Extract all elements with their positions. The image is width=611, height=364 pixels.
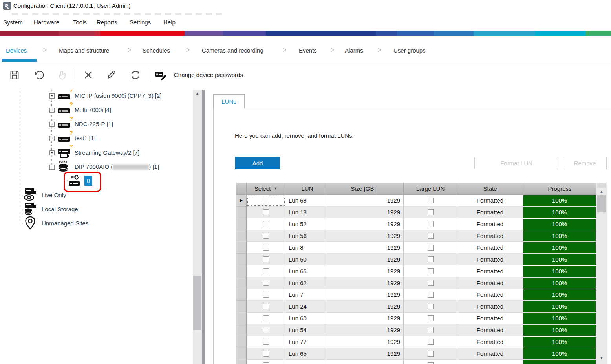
large-lun-checkbox[interactable] — [428, 339, 434, 345]
table-row[interactable]: ▶ Lun 18 1929 Formatted 100% — [236, 207, 596, 218]
select-checkbox[interactable] — [263, 292, 269, 298]
select-checkbox[interactable] — [263, 221, 269, 227]
large-lun-checkbox[interactable] — [428, 245, 434, 251]
tree-expander-plus[interactable]: + — [49, 150, 55, 155]
select-checkbox[interactable] — [263, 256, 269, 262]
menu-system[interactable]: System — [3, 19, 23, 26]
row-indicator-cell[interactable]: ▶ — [236, 348, 247, 360]
tab-user-groups[interactable]: User groups — [393, 47, 426, 54]
large-lun-checkbox[interactable] — [428, 233, 434, 239]
row-indicator-cell[interactable]: ▶ — [236, 301, 247, 313]
save-button[interactable] — [7, 68, 22, 82]
large-lun-checkbox[interactable] — [428, 327, 434, 333]
tree-item-live-only[interactable]: Live Only — [23, 188, 66, 202]
large-lun-checkbox[interactable] — [428, 209, 434, 215]
column-header-size[interactable]: Size [GB] — [326, 183, 404, 194]
select-checkbox[interactable] — [263, 304, 269, 309]
table-row[interactable]: ▶ Lun 77 1929 Formatted 100% — [236, 336, 596, 348]
row-indicator-cell[interactable]: ▶ — [236, 265, 247, 277]
column-header-large-lun[interactable]: Large LUN — [404, 183, 457, 194]
large-lun-checkbox[interactable] — [428, 221, 434, 227]
tab-events[interactable]: Events — [299, 47, 317, 54]
large-lun-checkbox[interactable] — [428, 362, 434, 364]
select-checkbox[interactable] — [263, 315, 269, 321]
column-header-progress[interactable]: Progress — [523, 183, 596, 194]
tree-item-multi-7000i[interactable]: ? Multi 7000i [4] — [57, 102, 111, 117]
table-row[interactable]: ▶ Lun 7 1929 Formatted 100% — [236, 289, 596, 301]
menu-tools[interactable]: Tools — [73, 19, 87, 26]
delete-button[interactable] — [81, 68, 95, 82]
menu-help[interactable]: Help — [163, 19, 176, 26]
select-checkbox[interactable] — [263, 280, 269, 286]
table-row[interactable]: ▶ Lun 65 1929 Formatted 100% — [236, 348, 596, 360]
edit-button[interactable] — [104, 68, 118, 82]
select-checkbox[interactable] — [263, 245, 269, 251]
row-indicator-cell[interactable]: ▶ — [236, 324, 247, 336]
menu-hardware[interactable]: Hardware — [34, 19, 59, 26]
select-checkbox[interactable] — [263, 339, 269, 345]
scroll-down-arrow[interactable]: ▼ — [596, 355, 607, 361]
panel-splitter[interactable] — [202, 90, 205, 364]
large-lun-checkbox[interactable] — [428, 268, 434, 274]
large-lun-checkbox[interactable] — [428, 198, 434, 203]
select-checkbox[interactable] — [263, 268, 269, 274]
change-device-passwords-label[interactable]: Change device passwords — [174, 71, 243, 78]
filter-dropdown-icon[interactable]: ▼ — [274, 187, 277, 190]
tree-expander-plus[interactable]: + — [49, 93, 55, 99]
large-lun-checkbox[interactable] — [428, 351, 434, 357]
large-lun-checkbox[interactable] — [428, 292, 434, 298]
large-lun-checkbox[interactable] — [428, 256, 434, 262]
large-lun-checkbox[interactable] — [428, 304, 434, 309]
row-indicator-cell[interactable]: ▶ — [236, 313, 247, 324]
row-indicator-cell[interactable]: ▶ — [236, 230, 247, 242]
table-row[interactable]: ▶ Lun 50 1929 Formatted 100% — [236, 254, 596, 265]
table-row[interactable]: ▶ Lun 24 1929 Formatted 100% — [236, 301, 596, 313]
row-indicator-cell[interactable]: ▶ — [236, 360, 247, 364]
row-indicator-cell[interactable]: ▶ — [236, 195, 247, 207]
scroll-up-arrow[interactable]: ▲ — [193, 91, 202, 96]
row-indicator-cell[interactable]: ▶ — [236, 289, 247, 301]
table-row[interactable]: ▶ Lun 52 1929 Formatted 100% — [236, 218, 596, 230]
menu-settings[interactable]: Settings — [130, 19, 151, 26]
tree-item-ndc-225-p[interactable]: ? NDC-225-P [1] — [57, 117, 113, 131]
tree-item-unmanaged-sites[interactable]: Unmanaged Sites — [23, 216, 88, 230]
select-checkbox[interactable] — [263, 327, 269, 333]
select-checkbox[interactable] — [263, 233, 269, 239]
menu-reports[interactable]: Reports — [97, 19, 117, 26]
tree-expander-plus[interactable]: + — [49, 122, 55, 127]
select-checkbox[interactable] — [263, 362, 269, 364]
table-row[interactable]: ▶ Lun 62 1929 Formatted 100% — [236, 277, 596, 289]
row-indicator-cell[interactable]: ▶ — [236, 218, 247, 230]
tree-item-streaming-gateway[interactable]: ? Streaming Gateway/2 [7] — [57, 145, 139, 159]
tree-item-local-storage[interactable]: Local Storage — [23, 202, 78, 216]
refresh-button[interactable] — [128, 68, 143, 82]
large-lun-checkbox[interactable] — [428, 280, 434, 286]
tab-cameras-and-recording[interactable]: Cameras and recording — [202, 47, 263, 54]
select-checkbox[interactable] — [263, 351, 269, 357]
tab-luns[interactable]: LUNs — [213, 94, 245, 108]
tree-item-test1[interactable]: ? test1 [1] — [57, 131, 95, 145]
row-indicator-cell[interactable]: ▶ — [236, 207, 247, 218]
table-row[interactable]: ▶ Lun 66 1929 Formatted 100% — [236, 265, 596, 277]
tab-maps-and-structure[interactable]: Maps and structure — [59, 47, 109, 54]
row-indicator-cell[interactable]: ▶ — [236, 254, 247, 265]
tab-alarms[interactable]: Alarms — [345, 47, 363, 54]
tree-expander-plus[interactable]: + — [49, 136, 55, 141]
scroll-up-arrow[interactable]: ▲ — [596, 189, 607, 194]
table-scrollbar-thumb[interactable] — [597, 195, 606, 212]
select-checkbox[interactable] — [263, 198, 269, 203]
table-row[interactable]: ▶ Lun 68 1929 Formatted 100% — [236, 195, 596, 207]
table-row[interactable]: ▶ — [236, 360, 596, 364]
table-row[interactable]: ▶ Lun 8 1929 Formatted 100% — [236, 242, 596, 254]
tree-expander-minus[interactable]: - — [49, 165, 55, 170]
table-row[interactable]: ▶ Lun 60 1929 Formatted 100% — [236, 313, 596, 324]
select-checkbox[interactable] — [263, 209, 269, 215]
large-lun-checkbox[interactable] — [428, 315, 434, 321]
add-button[interactable]: Add — [235, 157, 280, 169]
row-indicator-cell[interactable]: ▶ — [236, 242, 247, 254]
column-header-state[interactable]: State — [457, 183, 523, 194]
tab-schedules[interactable]: Schedules — [143, 47, 170, 54]
row-indicator-cell[interactable]: ▶ — [236, 336, 247, 348]
change-device-passwords-button[interactable] — [154, 68, 168, 82]
tree-expander-plus[interactable]: + — [49, 108, 55, 113]
